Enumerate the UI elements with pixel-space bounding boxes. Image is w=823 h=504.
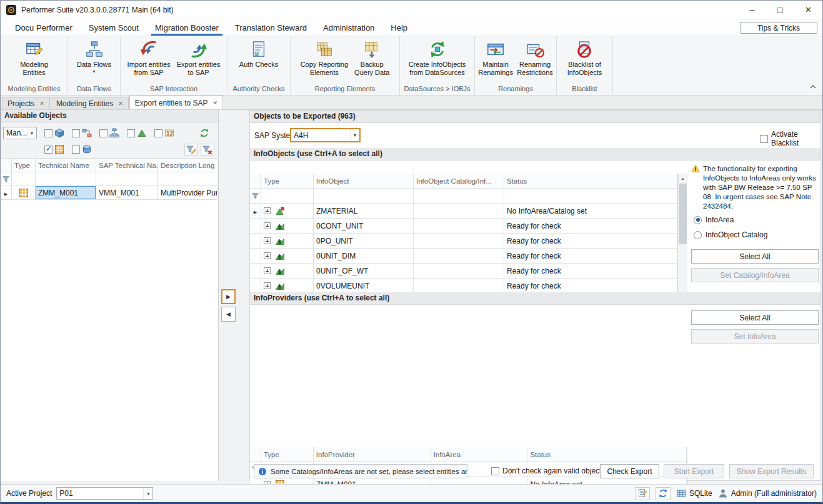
sap-system-dropdown[interactable]: A4H	[290, 128, 361, 142]
edit-filter-button[interactable]	[184, 144, 198, 156]
tab-system-scout[interactable]: System Scout	[81, 19, 147, 36]
maximize-button[interactable]	[766, 1, 794, 19]
column-header-sap-technical-name[interactable]: SAP Technical Na...	[96, 159, 158, 172]
catalog-cell[interactable]	[414, 249, 504, 264]
column-header-infoobject[interactable]: InfoObject	[314, 174, 414, 189]
infoobject-row[interactable]: 0CONT_UNIT Ready for check	[250, 219, 687, 234]
scroll-up-icon[interactable]	[678, 174, 687, 184]
expand-icon[interactable]	[264, 282, 271, 289]
set-infoarea-button[interactable]: Set InfoArea	[691, 329, 819, 343]
infoobject-name-cell[interactable]: 0CONT_UNIT	[314, 219, 414, 234]
column-header-status[interactable]: Status	[527, 447, 687, 462]
tab-translation-steward[interactable]: Translation Steward	[227, 19, 315, 36]
tab-close-icon[interactable]	[213, 100, 218, 106]
doc-tab-projects[interactable]: Projects	[2, 97, 50, 109]
dataflow-filter-checkbox[interactable]	[72, 129, 80, 137]
column-header-type[interactable]: Type	[261, 447, 314, 462]
maintain-renamings-button[interactable]: Maintain Renamings	[476, 38, 515, 79]
catalog-cell[interactable]	[414, 264, 504, 279]
infoobject-row[interactable]: 0UNIT_DIM Ready for check	[250, 249, 687, 264]
tab-migration-booster[interactable]: Migration Booster	[147, 19, 227, 36]
tips-tricks-button[interactable]: Tips & Tricks	[740, 22, 817, 34]
filter-cell[interactable]	[96, 172, 158, 186]
column-header-catalog[interactable]: InfoObject Catalog/Inf...	[414, 174, 504, 189]
infoobject-name-cell[interactable]: 0PO_UNIT	[314, 234, 414, 249]
infoobject-name-cell[interactable]: 0VOLUMEUNIT	[314, 279, 414, 294]
filter-cell[interactable]	[158, 172, 217, 186]
infoobject-row[interactable]: 0UNIT_OF_WT Ready for check	[250, 264, 687, 279]
clear-filter-button[interactable]	[201, 144, 214, 156]
export-entities-button[interactable]: Export entities to SAP	[174, 38, 224, 79]
filter-cell[interactable]	[12, 172, 36, 186]
active-project-dropdown[interactable]: P01	[56, 487, 153, 500]
multiprovider-filter-checkbox[interactable]	[44, 146, 52, 154]
expand-icon[interactable]	[264, 237, 271, 244]
check-export-button[interactable]: Check Export	[600, 464, 659, 478]
infoobject-row[interactable]: 0VOLUMEUNIT Ready for check	[250, 279, 687, 294]
column-header-infoarea[interactable]: InfoArea	[431, 447, 528, 462]
cube-filter-checkbox[interactable]	[44, 129, 52, 137]
hierarchy-filter-checkbox[interactable]	[99, 129, 107, 137]
minimize-button[interactable]	[738, 1, 766, 19]
expand-icon[interactable]	[264, 222, 271, 229]
start-export-button[interactable]: Start Export	[664, 464, 724, 478]
catalog-cell[interactable]	[414, 204, 504, 219]
infoobject-name-cell[interactable]: ZMATERIAL	[314, 204, 414, 219]
column-header-infoprovider[interactable]: InfoProvider	[314, 447, 431, 462]
technical-name-cell[interactable]: ZMM_M001	[36, 186, 96, 200]
expand-icon[interactable]	[264, 207, 271, 214]
column-header-status[interactable]: Status	[504, 174, 677, 189]
backup-query-data-button[interactable]: Backup Query Data	[351, 38, 392, 79]
create-infoobjects-button[interactable]: Create InfoObjects from DataSources	[406, 38, 469, 79]
filter-cell[interactable]	[36, 172, 96, 186]
renaming-restrictions-button[interactable]: Renaming Restrictions	[515, 38, 555, 79]
object-type-dropdown[interactable]: Man...	[3, 127, 37, 139]
tab-administration[interactable]: Administration	[315, 19, 382, 36]
refresh-icon[interactable]	[199, 128, 209, 138]
infoobject-row[interactable]: ZMATERIAL No InfoArea/Catalog set	[250, 204, 687, 219]
tab-close-icon[interactable]	[39, 101, 44, 107]
activate-blacklist-checkbox[interactable]	[760, 135, 768, 143]
vertical-scrollbar[interactable]	[677, 174, 687, 302]
catalog-cell[interactable]	[414, 219, 504, 234]
characteristic-filter-checkbox[interactable]	[127, 129, 135, 137]
available-object-row[interactable]: ZMM_M001 VMM_M001 MultiProvider Purc...	[1, 186, 218, 200]
column-header-technical-name[interactable]: Technical Name	[36, 159, 96, 172]
scrollbar-thumb[interactable]	[679, 184, 687, 244]
move-left-button[interactable]	[221, 307, 236, 322]
infoobject-row[interactable]: 0PO_UNIT Ready for check	[250, 234, 687, 249]
catalog-cell[interactable]	[414, 234, 504, 249]
infoobject-catalog-radio[interactable]	[694, 231, 702, 239]
filter-cell[interactable]	[261, 189, 314, 204]
catalog-cell[interactable]	[414, 279, 504, 294]
set-catalog-infoarea-button[interactable]: Set Catalog/InfoArea	[691, 268, 819, 282]
import-entities-button[interactable]: Import entities from SAP	[124, 38, 174, 79]
description-cell[interactable]: MultiProvider Purc...	[158, 186, 217, 200]
doc-tab-export-entities[interactable]: Export entities to SAP	[129, 96, 223, 109]
blacklist-infoobjects-button[interactable]: Blacklist of InfoObjects	[564, 38, 606, 79]
modeling-entities-button[interactable]: Modeling Entities	[16, 38, 52, 79]
infoobjects-select-all-button[interactable]: Select All	[691, 249, 819, 264]
infoobject-name-cell[interactable]: 0UNIT_OF_WT	[314, 264, 414, 279]
close-button[interactable]	[794, 1, 822, 19]
keyfigure-filter-checkbox[interactable]	[154, 129, 162, 137]
tab-docu-performer[interactable]: Docu Performer	[7, 19, 81, 36]
infoarea-radio[interactable]	[694, 216, 702, 224]
log-button[interactable]	[635, 487, 650, 500]
dont-check-again-checkbox[interactable]	[491, 467, 499, 475]
infoobject-name-cell[interactable]: 0UNIT_DIM	[314, 249, 414, 264]
column-header-type[interactable]: Type	[261, 174, 314, 189]
column-header-description[interactable]: Description Long	[158, 159, 217, 172]
doc-tab-modeling-entities[interactable]: Modeling Entities	[51, 97, 129, 109]
sync-button[interactable]	[656, 487, 671, 500]
move-right-button[interactable]	[221, 289, 236, 304]
expand-icon[interactable]	[264, 267, 271, 274]
copy-reporting-elements-button[interactable]: Copy Reporting Elements	[297, 38, 351, 79]
data-flows-button[interactable]: Data Flows	[74, 38, 114, 76]
tab-help[interactable]: Help	[382, 19, 416, 36]
expand-icon[interactable]	[264, 252, 271, 259]
filter-cell[interactable]	[314, 189, 414, 204]
sap-technical-name-cell[interactable]: VMM_M001	[96, 186, 158, 200]
datastore-filter-checkbox[interactable]	[72, 146, 80, 154]
auth-checks-button[interactable]: Auth Checks	[236, 38, 281, 71]
